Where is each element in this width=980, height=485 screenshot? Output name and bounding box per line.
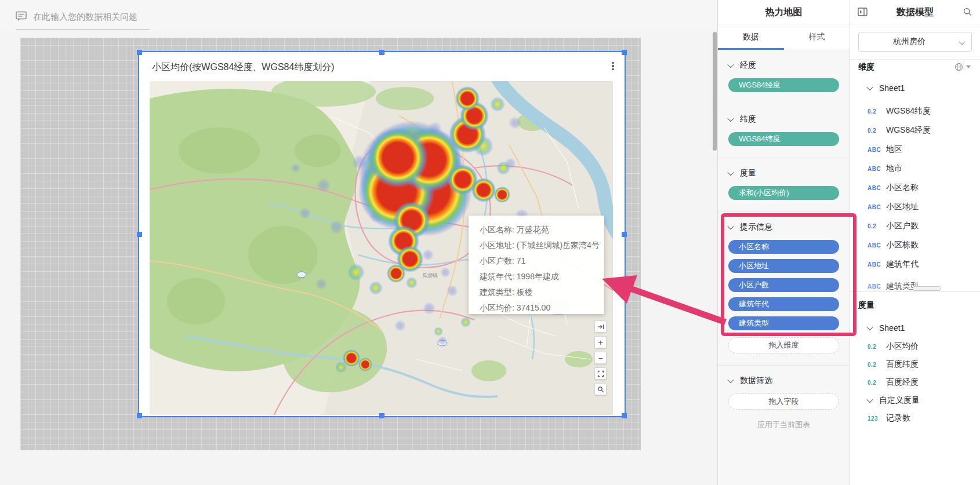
tab-style[interactable]: 样式 <box>784 24 850 50</box>
tooltip-field-pill[interactable]: 建筑年代 <box>728 297 839 311</box>
section-data-filter: 数据筛选 拖入字段 应用于当前图表 <box>718 366 850 442</box>
dim-field-row[interactable]: ABC 地区 <box>850 144 980 155</box>
measure-field-row[interactable]: 0.2 百度经度 <box>850 377 980 388</box>
tooltip-field-pill[interactable]: 小区地址 <box>728 259 839 273</box>
text-type-badge: ABC <box>868 283 886 290</box>
chevron-down-icon <box>866 84 873 90</box>
dim-field-row[interactable]: 0.2 小区户数 <box>850 220 980 232</box>
ask-question-input[interactable]: 在此输入您的数据相关问题 <box>33 12 137 23</box>
section-label: 提示信息 <box>740 222 772 232</box>
drop-dimension-zone[interactable]: 拖入维度 <box>728 337 839 353</box>
dim-field-row[interactable]: 0.2 WGS84经度 <box>850 125 980 136</box>
chevron-down-icon <box>866 324 873 330</box>
tooltip-line: 小区地址: (下城丝绸城)岳家湾4号 <box>480 238 604 253</box>
tree-group-sheet1-dimensions[interactable]: Sheet1 <box>850 82 980 94</box>
numeric-type-badge: 0.2 <box>868 344 886 350</box>
section-measure: 度量 求和(小区均价) <box>718 158 850 212</box>
tooltip-line: 小区名称: 万盛花苑 <box>480 222 604 238</box>
tooltip-line: 建筑类型: 板楼 <box>480 285 604 300</box>
canvas-scrollbar[interactable] <box>713 32 717 151</box>
chart-menu-kebab-icon[interactable] <box>608 60 618 72</box>
map-zoom-out-button[interactable]: − <box>594 352 607 364</box>
numeric-type-badge: 0.2 <box>868 223 886 229</box>
dimension-field-list: Sheet1 0.2 WGS84纬度 0.2 WGS84经度 ABC 地区 AB… <box>850 0 980 290</box>
chevron-down-icon[interactable] <box>727 377 734 383</box>
map-extent-button[interactable] <box>594 367 607 380</box>
text-type-badge: ABC <box>868 242 886 249</box>
filter-scope-note: 应用于当前图表 <box>728 420 839 430</box>
section-longitude: 经度 WGS84经度 <box>718 50 850 104</box>
field-pill-latitude[interactable]: WGS84纬度 <box>728 132 839 146</box>
numeric-type-badge: 0.2 <box>868 380 886 386</box>
map-label: 瓜沥镇 <box>422 272 438 278</box>
text-type-badge: ABC <box>868 147 886 153</box>
workspace: 在此输入您的数据相关问题 小区均价(按WGS84经度、WGS84纬度划分) <box>0 0 717 485</box>
tooltip-line: 小区户数: 71 <box>480 253 604 269</box>
measure-field-row[interactable]: 0.2 小区均价 <box>850 341 980 352</box>
data-model-panel: 数据模型 杭州房价 维度 Sheet1 0.2 WGS84纬度 0.2 WGS8… <box>850 0 980 485</box>
dim-field-row[interactable]: 0.2 WGS84纬度 <box>850 105 980 117</box>
numeric-type-badge: 0.2 <box>868 108 886 115</box>
dim-field-row[interactable]: ABC 地市 <box>850 163 980 174</box>
text-type-badge: ABC <box>868 185 886 191</box>
map-zoom-in-button[interactable]: + <box>594 336 607 348</box>
text-type-badge: ABC <box>868 166 886 172</box>
horizontal-scrollbar[interactable] <box>913 286 941 291</box>
numeric-type-badge: 0.2 <box>868 127 886 134</box>
chevron-down-icon[interactable] <box>727 223 734 229</box>
section-latitude: 纬度 WGS84纬度 <box>718 104 850 158</box>
section-label: 数据筛选 <box>740 375 772 386</box>
divider <box>850 291 980 292</box>
field-pill-measure[interactable]: 求和(小区均价) <box>728 186 839 200</box>
text-type-badge: ABC <box>868 204 886 210</box>
drop-field-zone[interactable]: 拖入字段 <box>728 393 839 410</box>
dim-field-row[interactable]: ABC 小区地址 <box>850 201 980 213</box>
section-label: 纬度 <box>740 114 756 125</box>
tree-group-sheet1-measures[interactable]: Sheet1 <box>850 322 980 334</box>
tree-group-custom-measures[interactable]: 自定义度量 <box>850 395 980 406</box>
chevron-down-icon[interactable] <box>727 61 734 68</box>
measure-field-row[interactable]: 0.2 百度纬度 <box>850 359 980 370</box>
dim-field-row[interactable]: ABC 小区栋数 <box>850 239 980 251</box>
map-controls: + − <box>594 320 607 395</box>
config-tabs: 数据 样式 <box>718 24 850 50</box>
chevron-down-icon[interactable] <box>727 169 734 176</box>
chevron-down-icon <box>866 396 873 403</box>
tab-data[interactable]: 数据 <box>718 24 784 50</box>
count-type-badge: 123 <box>868 415 886 422</box>
custom-measure-field-row[interactable]: 123 记录数 <box>850 413 980 424</box>
measures-label: 度量 <box>858 300 874 311</box>
tooltip-line: 建筑年代: 1998年建成 <box>480 269 604 285</box>
section-tooltip-info: 提示信息 小区名称 小区地址 小区户数 建筑年代 建筑类型 拖入维度 <box>718 212 850 366</box>
chart-config-panel: 热力地图 数据 样式 经度 WGS84经度 纬度 WGS84纬度 度量 求和(小… <box>717 0 850 485</box>
dim-field-row[interactable]: ABC 建筑年代 <box>850 258 980 270</box>
section-label: 经度 <box>740 60 756 71</box>
tooltip-field-pill[interactable]: 小区名称 <box>728 240 839 254</box>
field-pill-longitude[interactable]: WGS84经度 <box>728 78 839 92</box>
ask-input-underline <box>16 29 150 30</box>
text-type-badge: ABC <box>868 261 886 268</box>
tooltip-field-pill[interactable]: 小区户数 <box>728 278 839 292</box>
topbar: 在此输入您的数据相关问题 <box>0 0 717 31</box>
chevron-down-icon[interactable] <box>727 115 734 122</box>
chart-type-title: 热力地图 <box>718 0 850 24</box>
chart-title: 小区均价(按WGS84经度、WGS84纬度划分) <box>152 61 335 74</box>
chat-bubble-icon <box>16 11 27 21</box>
dim-field-row[interactable]: ABC 小区名称 <box>850 182 980 194</box>
map-fit-button[interactable] <box>594 320 607 333</box>
tooltip-line: 小区均价: 37415.00 <box>480 300 604 316</box>
tooltip-field-pill[interactable]: 建筑类型 <box>728 316 839 330</box>
map-tooltip: 小区名称: 万盛花苑 小区地址: (下城丝绸城)岳家湾4号 小区户数: 71 建… <box>469 216 604 314</box>
numeric-type-badge: 0.2 <box>868 362 886 368</box>
map-search-button[interactable] <box>594 383 607 395</box>
section-label: 度量 <box>740 168 756 178</box>
